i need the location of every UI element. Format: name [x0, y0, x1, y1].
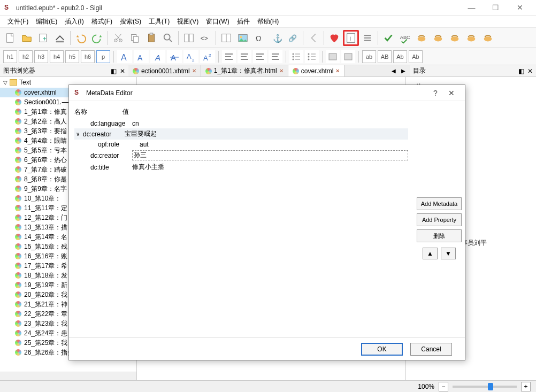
book-browser-title: 图书浏览器: [3, 66, 35, 75]
minimize-button[interactable]: —: [460, 0, 484, 16]
menu-9[interactable]: 帮助(H): [254, 16, 282, 27]
tab-close-icon[interactable]: ✕: [192, 68, 196, 74]
book-view-button[interactable]: [181, 30, 197, 46]
plugin-4-button[interactable]: [463, 30, 479, 46]
panel-float-icon[interactable]: ◧: [111, 67, 117, 75]
capitalize-button[interactable]: Ab: [409, 50, 423, 63]
align-justify-button[interactable]: [269, 50, 282, 63]
close-button[interactable]: ✕: [508, 0, 532, 16]
add-property-button[interactable]: Add Property: [417, 213, 462, 226]
paste-button[interactable]: [143, 30, 159, 46]
sidebar-scrollbar[interactable]: [0, 372, 136, 380]
add-metadata-button[interactable]: Add Metadata: [417, 197, 462, 210]
align-right-button[interactable]: [253, 50, 267, 63]
dialog-close-button[interactable]: ✕: [443, 89, 460, 97]
donate-button[interactable]: [326, 30, 342, 46]
metadata-row[interactable]: dc:creator孙三: [74, 149, 408, 162]
svg-point-28: [434, 36, 442, 41]
tab-next-button[interactable]: ▶: [399, 67, 408, 75]
metadata-editor-dialog: S MetaData Editor ? ✕ 名称 值 dc:languagecn…: [68, 84, 465, 360]
plugin-3-button[interactable]: [447, 30, 463, 46]
plugin-5-button[interactable]: [480, 30, 496, 46]
find-button[interactable]: [160, 30, 176, 46]
undo-button[interactable]: [73, 30, 89, 46]
heading-h5-button[interactable]: h5: [65, 50, 79, 63]
metadata-row[interactable]: dc:title修真小主播: [74, 162, 408, 173]
subscript-button[interactable]: A2: [183, 50, 198, 63]
zoom-out-button[interactable]: −: [439, 382, 448, 391]
spellcheck-button[interactable]: ABC: [397, 30, 413, 46]
menu-2[interactable]: 插入(I): [62, 16, 87, 27]
plugin-1-button[interactable]: [414, 30, 430, 46]
cut-button[interactable]: [110, 30, 126, 46]
heading-h1-button[interactable]: h1: [3, 50, 17, 63]
font-down-button[interactable]: A: [134, 50, 149, 63]
split-button[interactable]: [218, 30, 234, 46]
superscript-button[interactable]: A2: [200, 50, 215, 63]
anchor-button[interactable]: ⚓: [268, 30, 284, 46]
heading-h4-button[interactable]: h4: [50, 50, 64, 63]
editor-tab-1[interactable]: 1_第1章：修真者.html✕: [201, 65, 288, 76]
code-view-button[interactable]: <>: [197, 30, 213, 46]
image-button[interactable]: [235, 30, 251, 46]
editor-tab-0[interactable]: ection0001.xhtml✕: [128, 65, 201, 76]
titlecase-button[interactable]: Ab: [393, 50, 407, 63]
strike-button[interactable]: A: [167, 50, 182, 63]
font-up-button[interactable]: A: [117, 50, 132, 63]
redo-button[interactable]: [89, 30, 105, 46]
back-button[interactable]: [305, 30, 321, 46]
metadata-row[interactable]: dc:languagecn: [74, 119, 408, 128]
list-number-button[interactable]: [305, 50, 319, 63]
cancel-button[interactable]: Cancel: [410, 343, 452, 356]
menu-8[interactable]: 插件: [234, 16, 253, 27]
maximize-button[interactable]: ☐: [484, 0, 508, 16]
metadata-row[interactable]: opf:roleaut: [74, 140, 408, 149]
uppercase-button[interactable]: AB: [378, 50, 392, 63]
link-button[interactable]: 🔗: [285, 30, 301, 46]
heading-h2-button[interactable]: h2: [19, 50, 33, 63]
validate-button[interactable]: [380, 30, 396, 46]
delete-button[interactable]: 删除: [417, 229, 462, 242]
toc-close-icon[interactable]: ✕: [527, 67, 533, 75]
heading-h6-button[interactable]: h6: [81, 50, 95, 63]
zoom-slider[interactable]: [453, 386, 517, 388]
heading-h3-button[interactable]: h3: [34, 50, 48, 63]
move-up-button[interactable]: ▲: [423, 248, 438, 259]
copy-button[interactable]: [127, 30, 143, 46]
toc-button[interactable]: [359, 30, 376, 46]
menu-7[interactable]: 窗口(W): [203, 16, 232, 27]
zoom-in-button[interactable]: +: [521, 382, 531, 391]
save-button[interactable]: [52, 30, 68, 46]
move-down-button[interactable]: ▼: [441, 248, 456, 259]
add-button[interactable]: ＋: [35, 30, 51, 46]
ok-button[interactable]: OK: [361, 343, 403, 356]
lowercase-button[interactable]: ab: [362, 50, 376, 63]
menu-0[interactable]: 文件(F): [4, 16, 32, 27]
align-left-button[interactable]: [222, 50, 236, 63]
indent-more-button[interactable]: [341, 50, 355, 63]
align-center-button[interactable]: [238, 50, 251, 63]
menu-4[interactable]: 搜索(S): [117, 16, 144, 27]
tab-close-icon[interactable]: ✕: [279, 68, 284, 74]
heading-p-button[interactable]: p: [96, 50, 110, 63]
new-button[interactable]: [2, 30, 18, 46]
metadata-button[interactable]: i: [343, 30, 359, 46]
open-button[interactable]: [19, 30, 35, 46]
tab-close-icon[interactable]: ✕: [335, 68, 340, 74]
menu-5[interactable]: 工具(T): [146, 16, 173, 27]
italic-button[interactable]: A: [150, 50, 165, 63]
list-bullet-button[interactable]: [289, 50, 303, 63]
tab-prev-button[interactable]: ◀: [389, 67, 398, 75]
editor-tab-2[interactable]: cover.xhtml✕: [288, 65, 345, 76]
special-char-button[interactable]: Ω: [251, 30, 267, 46]
menu-3[interactable]: 格式(F): [88, 16, 116, 27]
plugin-2-button[interactable]: [430, 30, 446, 46]
metadata-row[interactable]: ∨dc:creator宝巨要崛起: [74, 128, 408, 140]
dialog-help-button[interactable]: ?: [427, 89, 443, 97]
menu-1[interactable]: 编辑(E): [33, 16, 60, 27]
menu-6[interactable]: 视图(V): [174, 16, 202, 27]
indent-less-button[interactable]: [326, 50, 340, 63]
panel-close-icon[interactable]: ✕: [120, 67, 125, 75]
expand-icon[interactable]: ∨: [74, 131, 81, 137]
toc-float-icon[interactable]: ◧: [518, 67, 524, 75]
